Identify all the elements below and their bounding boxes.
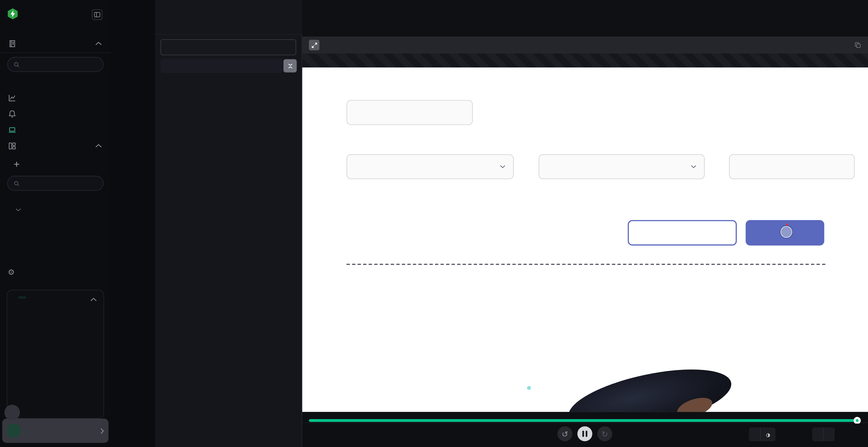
- skip-idle-label: [749, 427, 760, 441]
- sessions-column: [111, 0, 155, 447]
- chart-icon: [8, 94, 17, 102]
- divider: [0, 53, 111, 53]
- user-menu[interactable]: [2, 419, 108, 443]
- events-panel: [155, 0, 302, 447]
- saved-searches-input[interactable]: [7, 57, 103, 72]
- collapse-panel-button[interactable]: [283, 59, 297, 72]
- sidebar-item-chart-explorer[interactable]: [0, 92, 111, 104]
- product-accent-dot: [527, 386, 531, 390]
- replay-cursor-click-dot: [786, 224, 788, 226]
- event-search-box[interactable]: [161, 39, 296, 56]
- speed-control[interactable]: [812, 427, 835, 441]
- cc-input[interactable]: [346, 100, 472, 125]
- replay-url-bar: [302, 37, 868, 54]
- dashboards-grid-icon: [8, 142, 17, 150]
- playback-timeline[interactable]: [302, 412, 868, 423]
- chevron-right-icon: [100, 428, 104, 434]
- saved-dashboards-field[interactable]: [24, 179, 97, 188]
- event-search-input[interactable]: [165, 43, 291, 51]
- create-dashboard-button[interactable]: [0, 159, 111, 171]
- replay-cursor: [780, 226, 792, 238]
- chevron-up-icon[interactable]: [95, 144, 102, 148]
- search-icon: [13, 61, 20, 68]
- search-icon: [13, 180, 20, 187]
- help-button[interactable]: [4, 405, 20, 420]
- event-tabs: [161, 59, 282, 73]
- sidebar-item-client-sessions[interactable]: [0, 124, 111, 136]
- skip-idle-toggle[interactable]: ◑: [749, 427, 775, 441]
- gear-icon: ⚙: [8, 268, 17, 276]
- sidebar-collapse-icon[interactable]: [92, 9, 102, 20]
- speed-label: [812, 427, 823, 441]
- timeline-scrubber[interactable]: [854, 417, 861, 424]
- toggle-icon: ◑: [761, 427, 776, 441]
- get-started-card: [7, 290, 104, 419]
- chevron-down-icon: [691, 165, 696, 169]
- saved-dashboards-input[interactable]: [7, 176, 103, 191]
- expand-icon[interactable]: [309, 40, 319, 50]
- presets-header[interactable]: [16, 208, 24, 212]
- saved-searches-field[interactable]: [24, 60, 97, 69]
- chevron-down-icon: [500, 165, 505, 169]
- forward-button[interactable]: ↻: [597, 426, 612, 441]
- hyperdx-logo-icon: [7, 8, 18, 19]
- timeline-progress: [309, 419, 857, 421]
- collapse-vertical-icon: [286, 62, 294, 69]
- continue-shopping-button[interactable]: [628, 220, 737, 246]
- sidebar-item-alerts[interactable]: [0, 108, 111, 120]
- laptop-icon: [8, 126, 17, 134]
- sidebar-item-dashboards[interactable]: [0, 140, 111, 152]
- bell-icon: [8, 110, 17, 118]
- chevron-down-icon: [16, 208, 21, 212]
- sidebar-item-search[interactable]: [0, 38, 111, 50]
- get-started-badge: [18, 297, 26, 299]
- session-detail-drawer: ↺ ↻ ◑: [155, 0, 868, 447]
- timeline-track[interactable]: [309, 419, 860, 421]
- speed-value: [824, 427, 835, 441]
- section-divider: [346, 264, 825, 265]
- copy-icon[interactable]: [854, 41, 862, 49]
- chevron-up-icon[interactable]: [95, 41, 102, 46]
- sidebar-item-team-settings[interactable]: ⚙: [0, 266, 111, 278]
- year-select[interactable]: [539, 154, 705, 179]
- chevron-up-icon[interactable]: [90, 298, 97, 302]
- app: ⚙: [0, 0, 868, 447]
- replay-panel: ↺ ↻ ◑: [302, 0, 868, 447]
- plus-icon: [13, 161, 22, 170]
- search-section-icon: [8, 39, 17, 48]
- replay-page: [302, 67, 868, 412]
- rewind-button[interactable]: ↺: [557, 426, 572, 441]
- month-select[interactable]: [346, 154, 514, 179]
- playback-controls: ↺ ↻ ◑: [302, 424, 868, 447]
- avatar: [7, 424, 21, 438]
- pause-button[interactable]: [578, 426, 592, 441]
- replay-letterbox: [302, 54, 868, 67]
- sidebar: ⚙: [0, 0, 111, 447]
- cvv-input[interactable]: [729, 154, 855, 179]
